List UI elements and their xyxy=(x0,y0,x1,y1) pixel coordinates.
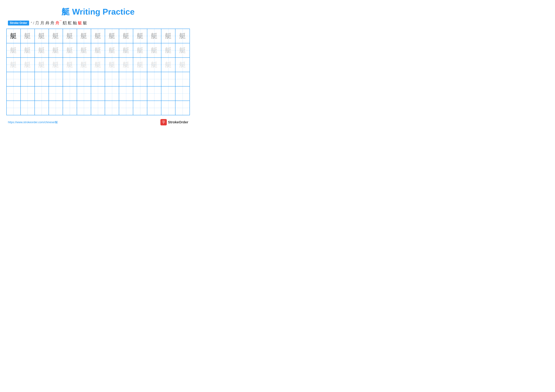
grid-cell-5-8[interactable] xyxy=(105,86,119,100)
char-medium: 艇 xyxy=(80,31,87,40)
char-very-light: 艇 xyxy=(95,60,101,69)
grid-row-5[interactable] xyxy=(7,86,190,101)
grid-cell-6-3[interactable] xyxy=(35,101,49,115)
grid-cell-3-10: 艇 xyxy=(133,58,147,72)
grid-cell-4-13[interactable] xyxy=(175,72,190,86)
grid-cell-6-10[interactable] xyxy=(133,101,147,115)
stroke-step-8: 舠 xyxy=(63,20,67,26)
grid-cell-6-13[interactable] xyxy=(175,101,190,115)
page-title: 艇 Writing Practice xyxy=(6,6,190,17)
grid-cell-5-4[interactable] xyxy=(49,86,63,100)
grid-cell-4-1[interactable] xyxy=(7,72,21,86)
stroke-step-2: / xyxy=(33,21,34,25)
grid-cell-2-8: 艇 xyxy=(105,43,119,57)
char-light: 艇 xyxy=(109,46,115,55)
grid-cell-4-3[interactable] xyxy=(35,72,49,86)
grid-cell-3-13: 艇 xyxy=(175,58,190,72)
grid-cell-3-5: 艇 xyxy=(63,58,77,72)
grid-cell-2-10: 艇 xyxy=(133,43,147,57)
grid-cell-6-5[interactable] xyxy=(63,101,77,115)
char-medium: 艇 xyxy=(66,31,73,40)
grid-cell-3-7: 艇 xyxy=(91,58,105,72)
grid-cell-6-11[interactable] xyxy=(147,101,161,115)
grid-cell-3-3: 艇 xyxy=(35,58,49,72)
grid-cell-5-3[interactable] xyxy=(35,86,49,100)
char-medium: 艇 xyxy=(151,31,158,40)
char-very-light: 艇 xyxy=(137,60,144,69)
grid-cell-1-6: 艇 xyxy=(77,29,91,43)
grid-cell-2-12: 艇 xyxy=(161,43,175,57)
stroke-order-badge: Stroke Order xyxy=(8,21,29,25)
grid-cell-5-12[interactable] xyxy=(161,86,175,100)
char-very-light: 艇 xyxy=(52,60,59,69)
stroke-step-10: 舢 xyxy=(73,20,77,26)
grid-cell-1-13: 艇 xyxy=(175,29,190,43)
grid-cell-3-4: 艇 xyxy=(49,58,63,72)
grid-cell-5-9[interactable] xyxy=(119,86,133,100)
grid-cell-1-9: 艇 xyxy=(119,29,133,43)
char-very-light: 艇 xyxy=(10,60,17,69)
grid-cell-5-1[interactable] xyxy=(7,86,21,100)
grid-cell-4-2[interactable] xyxy=(21,72,35,86)
char-very-light: 艇 xyxy=(165,60,172,69)
grid-cell-6-9[interactable] xyxy=(119,101,133,115)
grid-cell-1-4: 艇 xyxy=(49,29,63,43)
stroke-step-12: 艇 xyxy=(83,20,87,26)
grid-cell-1-8: 艇 xyxy=(105,29,119,43)
grid-cell-5-6[interactable] xyxy=(77,86,91,100)
char-very-light: 艇 xyxy=(38,60,45,69)
grid-cell-5-13[interactable] xyxy=(175,86,190,100)
grid-cell-6-8[interactable] xyxy=(105,101,119,115)
grid-cell-6-12[interactable] xyxy=(161,101,175,115)
grid-row-3: 艇 艇 艇 艇 艇 艇 艇 艇 艇 艇 艇 艇 艇 xyxy=(7,58,190,72)
grid-cell-2-13: 艇 xyxy=(175,43,190,57)
char-medium: 艇 xyxy=(109,31,115,40)
grid-cell-6-4[interactable] xyxy=(49,101,63,115)
grid-cell-5-7[interactable] xyxy=(91,86,105,100)
char-medium: 艇 xyxy=(137,31,144,40)
footer-url[interactable]: https://www.strokeorder.com/chinese/艇 xyxy=(8,120,58,124)
grid-cell-3-2: 艇 xyxy=(21,58,35,72)
grid-cell-4-5[interactable] xyxy=(63,72,77,86)
grid-cell-4-4[interactable] xyxy=(49,72,63,86)
grid-cell-2-5: 艇 xyxy=(63,43,77,57)
grid-cell-6-1[interactable] xyxy=(7,101,21,115)
grid-cell-4-12[interactable] xyxy=(161,72,175,86)
grid-cell-5-2[interactable] xyxy=(21,86,35,100)
char-light: 艇 xyxy=(52,46,59,55)
grid-cell-5-5[interactable] xyxy=(63,86,77,100)
grid-cell-2-7: 艇 xyxy=(91,43,105,57)
grid-cell-6-2[interactable] xyxy=(21,101,35,115)
grid-cell-4-7[interactable] xyxy=(91,72,105,86)
char-medium: 艇 xyxy=(179,31,186,40)
grid-cell-4-10[interactable] xyxy=(133,72,147,86)
char-light: 艇 xyxy=(95,46,101,55)
grid-row-6[interactable] xyxy=(7,101,190,115)
stroke-step-7: 舟一 xyxy=(55,20,62,26)
grid-cell-4-6[interactable] xyxy=(77,72,91,86)
char-light: 艇 xyxy=(165,46,172,55)
grid-row-4[interactable] xyxy=(7,72,190,86)
grid-cell-3-12: 艇 xyxy=(161,58,175,72)
grid-cell-5-11[interactable] xyxy=(147,86,161,100)
grid-cell-5-10[interactable] xyxy=(133,86,147,100)
char-medium: 艇 xyxy=(123,31,129,40)
char-very-light: 艇 xyxy=(179,60,186,69)
grid-cell-4-11[interactable] xyxy=(147,72,161,86)
char-very-light: 艇 xyxy=(66,60,73,69)
grid-cell-3-8: 艇 xyxy=(105,58,119,72)
grid-cell-1-10: 艇 xyxy=(133,29,147,43)
char-medium: 艇 xyxy=(52,31,59,40)
grid-cell-6-7[interactable] xyxy=(91,101,105,115)
char-light: 艇 xyxy=(38,46,45,55)
char-light: 艇 xyxy=(151,46,158,55)
grid-cell-4-9[interactable] xyxy=(119,72,133,86)
grid-cell-1-5: 艇 xyxy=(63,29,77,43)
char-light: 艇 xyxy=(123,46,129,55)
char-medium: 艇 xyxy=(38,31,45,40)
grid-cell-4-8[interactable] xyxy=(105,72,119,86)
grid-cell-6-6[interactable] xyxy=(77,101,91,115)
grid-cell-1-1: 艇 xyxy=(7,29,21,43)
grid-cell-3-6: 艇 xyxy=(77,58,91,72)
char-medium: 艇 xyxy=(24,31,31,40)
